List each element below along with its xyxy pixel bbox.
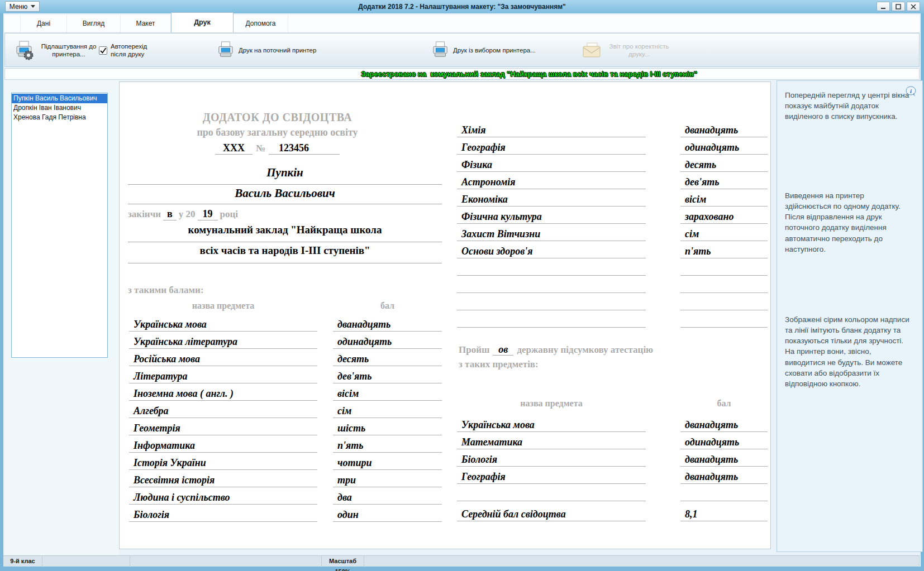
subjects-table-right: Хімія дванадцять Географія одинадцять Фі…	[457, 120, 768, 258]
student-list-item[interactable]: Пупкін Василь Васильович	[12, 94, 107, 103]
fit-to-printer-label: Підлаштування до принтера...	[37, 42, 100, 59]
toolbar: Підлаштування до принтера... Автоперехід…	[4, 33, 920, 67]
certificate-preview: ДОДАТОК ДО СВІДОЦТВА про базову загальну…	[119, 81, 771, 549]
subject-row: Алгебра сім	[129, 401, 442, 418]
tab[interactable]: Вигляд	[67, 15, 121, 32]
subject-name: Хімія	[457, 124, 646, 137]
print-report-button[interactable]: Звіт про коректність друку...	[582, 36, 675, 65]
certificate-series: XXX	[215, 142, 253, 155]
subject-grade: вісім	[680, 194, 768, 207]
dpa-column-headers: назва предмета бал	[457, 399, 768, 409]
subject-grade: одинадцять	[680, 436, 768, 449]
window-body: ДаніВиглядМакетДрукДопомога Підлаштуванн…	[3, 13, 921, 567]
subject-grade: дванадцять	[680, 471, 768, 484]
subject-row: Всесвітня історія три	[129, 470, 442, 487]
column-header-grade: бал	[680, 399, 768, 409]
year-prefix: у 20	[179, 209, 196, 219]
subject-name: Географія	[457, 471, 646, 484]
dpa-prefix: Пройш	[459, 344, 489, 355]
subject-name: Російська мова	[129, 353, 317, 366]
subject-name: Історія України	[129, 457, 317, 470]
close-button[interactable]	[907, 2, 920, 11]
chevron-down-icon	[31, 5, 35, 8]
maximize-button[interactable]	[892, 2, 905, 11]
subject-name: Українська мова	[129, 319, 317, 332]
subject-row: Основи здоров'я п'ять	[457, 241, 768, 258]
print-choose-button[interactable]: Друк із вибором принтера...	[431, 36, 536, 65]
certificate-subtitle: про базову загальну середню освіту	[128, 127, 427, 138]
subject-row: Географія дванадцять	[457, 467, 768, 484]
print-current-button[interactable]: Друк на поточний принтер	[216, 36, 316, 65]
tab[interactable]: Друк	[171, 12, 234, 32]
help-paragraph: Зображені сірим кольором надписи та ліні…	[785, 314, 910, 389]
number-sign: №	[253, 143, 269, 153]
auto-advance-label: Автоперехід після друку	[111, 42, 154, 59]
print-current-label: Друк на поточний принтер	[239, 46, 316, 54]
student-list-item[interactable]: Хренова Гадя Петрівна	[12, 113, 107, 122]
subject-name: Людина і суспільство	[129, 492, 317, 505]
subject-row: Біологія дванадцять	[457, 449, 768, 467]
subject-name: Біологія	[129, 509, 317, 522]
status-cell-empty	[364, 556, 920, 567]
subject-name: Геометрія	[129, 423, 317, 435]
subject-grade: дев'ять	[680, 176, 768, 189]
subject-grade: три	[333, 474, 442, 487]
printer-icon	[431, 41, 450, 60]
dpa-line2: з таких предметів:	[459, 357, 767, 372]
student-list-item[interactable]: Дропкін Іван Іванович	[12, 103, 107, 113]
subject-grade: одинадцять	[333, 336, 442, 349]
print-choose-label: Друк із вибором принтера...	[453, 46, 536, 54]
subject-row: Фізика десять	[457, 155, 768, 172]
fit-to-printer-button[interactable]: Підлаштування до принтера...	[14, 36, 108, 65]
subject-grade: два	[333, 492, 442, 505]
main-area: Пупкін Василь ВасильовичДропкін Іван Іва…	[3, 80, 921, 555]
school-name-line2: всіх часів та народів І-ІІІ ступенів"	[128, 244, 442, 263]
printer-icon	[216, 41, 235, 60]
auto-advance-checkbox[interactable]	[99, 46, 107, 55]
subject-name: Всесвітня історія	[129, 474, 317, 487]
status-cell-empty	[130, 556, 322, 567]
subject-row: Астрономія дев'ять	[457, 172, 768, 189]
auto-advance-option: Автоперехід після друку	[99, 36, 160, 65]
certificate-number-row: XXX№123456	[128, 142, 427, 154]
subject-name: Біологія	[457, 454, 646, 467]
subject-name: Економіка	[457, 194, 646, 207]
subject-name: Література	[129, 371, 317, 383]
subject-row: Геометрія шість	[129, 418, 442, 435]
grades-intro: з такими балами:	[128, 285, 204, 296]
finished-year-row: закінчиву 2019році	[128, 208, 442, 220]
tab[interactable]: Макет	[121, 15, 171, 32]
tab[interactable]: Допомога	[234, 15, 288, 32]
subject-name: Українська мова	[457, 419, 646, 432]
subject-name: Астрономія	[457, 176, 646, 189]
subject-grade: дванадцять	[680, 419, 768, 432]
help-paragraph: Виведення на принтер здійснюється по одн…	[785, 190, 910, 255]
subject-row: Людина і суспільство два	[129, 487, 442, 505]
menu-button[interactable]: Меню	[5, 1, 40, 12]
finished-prefix: закінчи	[128, 209, 161, 219]
finished-ending: в	[163, 208, 177, 220]
subject-name: Географія	[457, 142, 646, 155]
subject-grade: зараховано	[680, 211, 768, 224]
certificate-header: ДОДАТОК ДО СВІДОЦТВА про базову загальну…	[128, 111, 427, 154]
help-paragraph: Попередній перегляд у центрі вікна показ…	[785, 90, 910, 122]
subject-row: Література дев'ять	[129, 366, 442, 383]
subject-row: Економіка вісім	[457, 189, 768, 207]
subjects-table-left: Українська мова дванадцять Українська лі…	[129, 314, 442, 522]
status-zoom: Масштаб 150%	[322, 556, 364, 567]
average-grade-row: Середній бал свідоцтва 8,1	[457, 501, 768, 521]
tab[interactable]: Дані	[20, 15, 67, 32]
student-surname: Пупкін	[128, 166, 442, 185]
dpa-subjects-table: Українська мова дванадцять Математика од…	[457, 415, 768, 484]
tab-strip: ДаніВиглядМакетДрукДопомога	[4, 15, 920, 33]
subject-row: Біологія один	[129, 505, 442, 522]
subject-grade: один	[333, 509, 442, 522]
print-report-label: Звіт про коректність друку...	[606, 42, 672, 59]
subject-row: Російська мова десять	[129, 349, 442, 366]
subject-row: Українська література одинадцять	[129, 332, 442, 349]
subject-name: Іноземна мова ( англ. )	[129, 388, 317, 401]
subject-grade: дванадцять	[333, 319, 442, 332]
minimize-button[interactable]	[877, 2, 890, 11]
school-name-line1: комунальний заклад "Найкраща школа	[128, 224, 442, 242]
student-list: Пупкін Василь ВасильовичДропкін Іван Іва…	[11, 93, 108, 358]
